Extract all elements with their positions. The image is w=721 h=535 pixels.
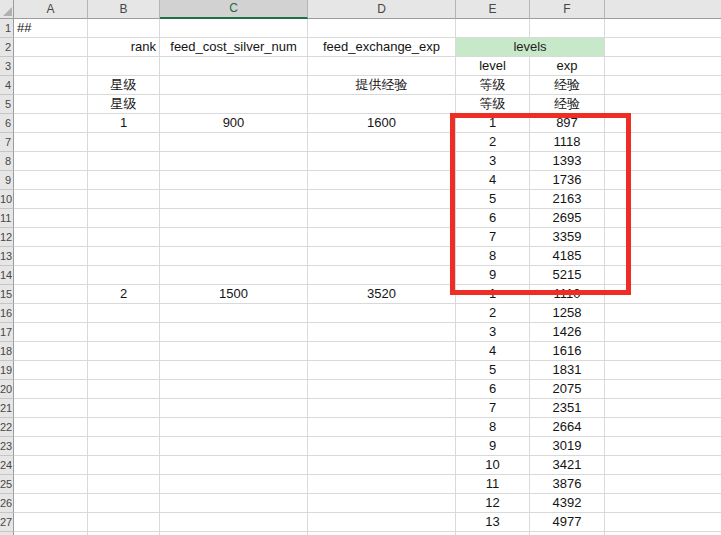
row-header-21[interactable]: 21: [0, 399, 14, 418]
cell-E27[interactable]: 13: [456, 513, 530, 532]
cell-A7[interactable]: [14, 133, 88, 152]
cell-A11[interactable]: [14, 209, 88, 228]
cell-B13[interactable]: [88, 247, 160, 266]
cell-D3[interactable]: [308, 57, 456, 76]
cell-C18[interactable]: [160, 342, 308, 361]
cell-E9[interactable]: 4: [456, 171, 530, 190]
cell-F24[interactable]: 3421: [530, 456, 605, 475]
cell-B1[interactable]: [88, 19, 160, 38]
row-header-10[interactable]: 10: [0, 190, 14, 209]
cell-C27[interactable]: [160, 513, 308, 532]
cell-C22[interactable]: [160, 418, 308, 437]
cell-B22[interactable]: [88, 418, 160, 437]
cell-D13[interactable]: [308, 247, 456, 266]
column-header-E[interactable]: E: [456, 0, 530, 19]
column-header-D[interactable]: D: [308, 0, 456, 19]
cell-F8[interactable]: 1393: [530, 152, 605, 171]
cell-D18[interactable]: [308, 342, 456, 361]
cell-C11[interactable]: [160, 209, 308, 228]
cell-C26[interactable]: [160, 494, 308, 513]
row-header-26[interactable]: 26: [0, 494, 14, 513]
row-header-19[interactable]: 19: [0, 361, 14, 380]
cell-A12[interactable]: [14, 228, 88, 247]
row-header-24[interactable]: 24: [0, 456, 14, 475]
row-header-16[interactable]: 16: [0, 304, 14, 323]
cell-F7[interactable]: 1118: [530, 133, 605, 152]
cell-A13[interactable]: [14, 247, 88, 266]
cell-A4[interactable]: [14, 76, 88, 95]
cell-D27[interactable]: [308, 513, 456, 532]
cell-E25[interactable]: 11: [456, 475, 530, 494]
cell-F17[interactable]: 1426: [530, 323, 605, 342]
cell-D5[interactable]: [308, 95, 456, 114]
cell-E24[interactable]: 10: [456, 456, 530, 475]
cell-F22[interactable]: 2664: [530, 418, 605, 437]
cell-B26[interactable]: [88, 494, 160, 513]
cell-C20[interactable]: [160, 380, 308, 399]
cell-B3[interactable]: [88, 57, 160, 76]
cell-B23[interactable]: [88, 437, 160, 456]
cell-F14[interactable]: 5215: [530, 266, 605, 285]
cell-F13[interactable]: 4185: [530, 247, 605, 266]
cell-A16[interactable]: [14, 304, 88, 323]
cell-A10[interactable]: [14, 190, 88, 209]
cell-E15[interactable]: 1: [456, 285, 530, 304]
cell-C24[interactable]: [160, 456, 308, 475]
cell-E23[interactable]: 9: [456, 437, 530, 456]
cell-B15[interactable]: 2: [88, 285, 160, 304]
cell-B4[interactable]: 星级: [88, 76, 160, 95]
cell-A18[interactable]: [14, 342, 88, 361]
row-header-5[interactable]: 5: [0, 95, 14, 114]
cell-B5[interactable]: 星级: [88, 95, 160, 114]
cell-C19[interactable]: [160, 361, 308, 380]
cell-D25[interactable]: [308, 475, 456, 494]
cell-E22[interactable]: 8: [456, 418, 530, 437]
select-all-corner[interactable]: [0, 0, 14, 19]
cell-E10[interactable]: 5: [456, 190, 530, 209]
cell-D19[interactable]: [308, 361, 456, 380]
cell-E6[interactable]: 1: [456, 114, 530, 133]
cell-C2[interactable]: feed_cost_silver_num: [160, 38, 308, 57]
cell-B2[interactable]: rank: [88, 38, 160, 57]
cell-A1[interactable]: ##: [14, 19, 88, 38]
cell-A15[interactable]: [14, 285, 88, 304]
cell-B8[interactable]: [88, 152, 160, 171]
cell-C12[interactable]: [160, 228, 308, 247]
row-header-15[interactable]: 15: [0, 285, 14, 304]
cell-E21[interactable]: 7: [456, 399, 530, 418]
cell-C3[interactable]: [160, 57, 308, 76]
cell-C10[interactable]: [160, 190, 308, 209]
cell-C16[interactable]: [160, 304, 308, 323]
cell-A6[interactable]: [14, 114, 88, 133]
cell-E16[interactable]: 2: [456, 304, 530, 323]
cell-D2[interactable]: feed_exchange_exp: [308, 38, 456, 57]
cell-F11[interactable]: 2695: [530, 209, 605, 228]
cell-B7[interactable]: [88, 133, 160, 152]
cell-E11[interactable]: 6: [456, 209, 530, 228]
column-header-A[interactable]: A: [14, 0, 88, 19]
cell-B25[interactable]: [88, 475, 160, 494]
cell-F27[interactable]: 4977: [530, 513, 605, 532]
cell-E3[interactable]: level: [456, 57, 530, 76]
cell-D16[interactable]: [308, 304, 456, 323]
row-header-3[interactable]: 3: [0, 57, 14, 76]
cell-D4[interactable]: 提供经验: [308, 76, 456, 95]
cell-A20[interactable]: [14, 380, 88, 399]
cell-D9[interactable]: [308, 171, 456, 190]
column-header-C[interactable]: C: [160, 0, 308, 19]
row-header-6[interactable]: 6: [0, 114, 14, 133]
cell-B18[interactable]: [88, 342, 160, 361]
cell-F4[interactable]: 经验: [530, 76, 605, 95]
row-header-1[interactable]: 1: [0, 19, 14, 38]
cell-C8[interactable]: [160, 152, 308, 171]
cell-D20[interactable]: [308, 380, 456, 399]
cell-D24[interactable]: [308, 456, 456, 475]
cell-E19[interactable]: 5: [456, 361, 530, 380]
cell-F23[interactable]: 3019: [530, 437, 605, 456]
cell-E12[interactable]: 7: [456, 228, 530, 247]
row-header-13[interactable]: 13: [0, 247, 14, 266]
cell-D26[interactable]: [308, 494, 456, 513]
cell-E1[interactable]: [456, 19, 530, 38]
row-header-17[interactable]: 17: [0, 323, 14, 342]
cell-B10[interactable]: [88, 190, 160, 209]
